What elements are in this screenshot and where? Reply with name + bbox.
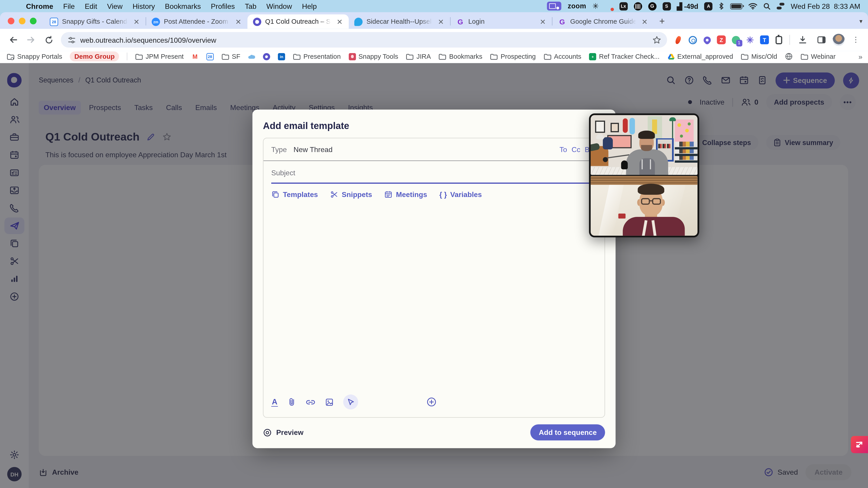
menu-bookmarks[interactable]: Bookmarks xyxy=(160,2,206,10)
site-settings-icon[interactable] xyxy=(68,36,76,44)
menu-edit[interactable]: Edit xyxy=(80,2,102,10)
meetings-button[interactable]: Meetings xyxy=(384,190,427,199)
downloads-icon[interactable] xyxy=(795,32,811,48)
salesforce-bookmark-icon[interactable] xyxy=(248,53,255,60)
zoominfo-widget-button[interactable] xyxy=(851,436,868,453)
close-tab-icon[interactable]: ✕ xyxy=(436,18,445,26)
menu-file[interactable]: File xyxy=(58,2,80,10)
battery-icon[interactable] xyxy=(730,3,743,9)
extension-outreach-pin-icon[interactable] xyxy=(702,34,712,45)
bookmarks-overflow-chevron[interactable]: » xyxy=(859,52,863,61)
tab-sidecar-health[interactable]: Sidecar Health--Upsell-Marc ✕ xyxy=(349,14,450,29)
waveform-app-icon[interactable]: |||| xyxy=(633,2,642,10)
wifi-icon[interactable] xyxy=(749,3,757,9)
link-icon[interactable] xyxy=(306,398,315,406)
close-window-button[interactable] xyxy=(8,18,14,24)
linkedin-bookmark-icon[interactable]: in xyxy=(278,53,285,60)
bookmark-sf[interactable]: SF xyxy=(221,53,240,60)
extension-chili-icon[interactable] xyxy=(673,34,684,45)
tab-google-chrome-guide[interactable]: G Google Chrome Guide | Glitte ✕ xyxy=(553,14,654,29)
close-tab-icon[interactable]: ✕ xyxy=(132,18,141,26)
screen-sharing-icon[interactable] xyxy=(547,2,562,10)
bookmark-prospecting[interactable]: Prospecting xyxy=(490,53,536,60)
bookmark-jpm-present[interactable]: JPM Present xyxy=(135,53,184,60)
side-panel-icon[interactable] xyxy=(814,32,829,48)
back-icon[interactable] xyxy=(5,32,21,48)
send-cursor-icon[interactable] xyxy=(343,394,358,410)
close-tab-icon[interactable]: ✕ xyxy=(640,18,649,26)
templates-button[interactable]: Templates xyxy=(271,190,318,199)
address-bar[interactable]: web.outreach.io/sequences/1009/overview xyxy=(61,32,667,48)
menu-history[interactable]: History xyxy=(127,2,160,10)
menu-help[interactable]: Help xyxy=(297,2,322,10)
attachment-icon[interactable] xyxy=(287,397,296,407)
subject-input[interactable] xyxy=(271,166,597,184)
insert-plus-icon[interactable] xyxy=(426,397,437,408)
new-tab-button[interactable]: + xyxy=(654,16,670,29)
bookmark-webinar[interactable]: Webinar xyxy=(800,53,835,60)
bookmark-external-approved[interactable]: External_approved xyxy=(667,53,733,60)
snippets-button[interactable]: Snippets xyxy=(330,190,372,199)
image-icon[interactable] xyxy=(325,398,334,406)
text-format-icon[interactable]: A xyxy=(271,397,278,407)
tab-post-attendee-zoom[interactable]: zm Post Attendee - Zoom ✕ xyxy=(146,14,248,29)
menu-window[interactable]: Window xyxy=(261,2,297,10)
control-center-icon[interactable] xyxy=(777,3,784,9)
email-body-editor[interactable] xyxy=(264,205,604,390)
cc-toggle[interactable]: Cc xyxy=(571,145,580,154)
bookmark-ref-tracker[interactable]: + Ref Tracker Check... xyxy=(589,53,659,60)
url-text[interactable]: web.outreach.io/sequences/1009/overview xyxy=(80,36,648,44)
extension-asterisk-icon[interactable]: ✳ xyxy=(745,34,756,45)
box-app-icon[interactable] xyxy=(605,2,613,10)
forward-icon[interactable] xyxy=(23,32,39,48)
chrome-menu-icon[interactable]: ⋮ xyxy=(848,32,864,48)
globe-bookmark-icon[interactable] xyxy=(785,53,793,60)
tab-q1-cold-outreach-active[interactable]: Q1 Cold Outreach – Sequence ✕ xyxy=(248,14,349,29)
zoom-window-button[interactable] xyxy=(30,18,36,24)
bookmark-snappy-portals[interactable]: Snappy Portals xyxy=(6,53,62,60)
outreach-bookmark-icon[interactable] xyxy=(263,53,270,60)
add-to-sequence-button[interactable]: Add to sequence xyxy=(530,424,605,440)
zoom-menu-label[interactable]: zoom xyxy=(567,2,586,10)
extension-clipboard-icon[interactable] xyxy=(773,34,784,45)
bluetooth-icon[interactable] xyxy=(719,2,724,10)
menu-chrome[interactable]: Chrome xyxy=(21,2,58,10)
bookmark-demo-group[interactable]: Demo Group xyxy=(70,52,119,61)
menu-tab[interactable]: Tab xyxy=(240,2,261,10)
lx-app-icon[interactable]: Lx xyxy=(619,2,628,10)
variables-button[interactable]: { } Variables xyxy=(439,190,482,199)
menu-profiles[interactable]: Profiles xyxy=(206,2,240,10)
gmail-bookmark-icon[interactable]: M xyxy=(191,53,199,60)
to-toggle[interactable]: To xyxy=(559,145,567,154)
type-value[interactable]: New Thread xyxy=(293,145,333,154)
extension-blue-t-icon[interactable]: T xyxy=(759,34,770,45)
gcal-bookmark-icon[interactable]: 28 xyxy=(206,53,214,60)
extension-zoominfo-icon[interactable]: Z xyxy=(716,34,727,45)
bookmark-jira[interactable]: JIRA xyxy=(406,53,431,60)
bookmark-accounts[interactable]: Accounts xyxy=(544,53,581,60)
menu-view[interactable]: View xyxy=(102,2,128,10)
profile-avatar[interactable] xyxy=(833,34,845,46)
close-tab-icon[interactable]: ✕ xyxy=(234,18,243,26)
spotlight-search-icon[interactable] xyxy=(764,2,771,10)
tab-snappy-gifts[interactable]: 28 Snappy Gifts - Calendar - We ✕ xyxy=(44,14,146,29)
extension-badge-icon[interactable]: 1 xyxy=(730,34,741,45)
zoom-video-overlay[interactable] xyxy=(589,113,699,237)
tab-search-chevron-icon[interactable]: ▾ xyxy=(860,18,863,25)
close-tab-icon[interactable]: ✕ xyxy=(335,18,344,26)
logitech-g-icon[interactable]: G xyxy=(648,2,656,10)
preview-button[interactable]: Preview xyxy=(263,428,303,437)
reload-icon[interactable] xyxy=(41,32,57,48)
weather-status[interactable]: ▟ -49d xyxy=(677,2,698,10)
input-source-icon[interactable]: A xyxy=(704,2,713,10)
extension-spiral-icon[interactable] xyxy=(687,34,698,45)
bookmark-bookmarks-folder[interactable]: Bookmarks xyxy=(438,53,483,60)
shield-app-icon[interactable]: S xyxy=(662,2,671,10)
bookmark-presentation[interactable]: Presentation xyxy=(293,53,341,60)
bookmark-misc-old[interactable]: Misc/Old xyxy=(741,53,777,60)
menu-bar-clock[interactable]: Wed Feb 28 8:33 AM xyxy=(791,2,860,10)
snowflake-icon[interactable]: ✳ xyxy=(592,2,599,10)
minimize-window-button[interactable] xyxy=(19,18,25,24)
tab-login[interactable]: G Login ✕ xyxy=(451,14,552,29)
bookmark-snappy-tools[interactable]: Snappy Tools xyxy=(348,53,398,60)
